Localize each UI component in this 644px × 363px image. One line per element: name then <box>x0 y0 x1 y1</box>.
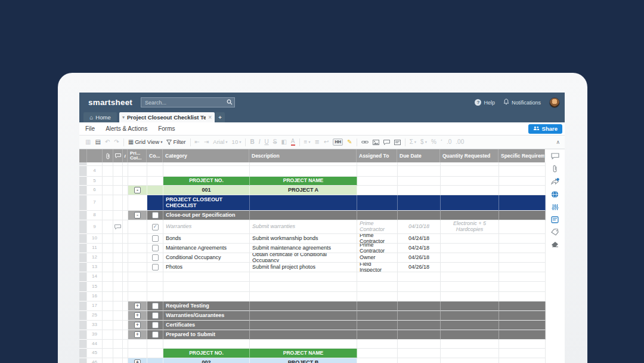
cell-check[interactable] <box>147 177 163 186</box>
align-left-icon[interactable]: ≡▾ <box>304 139 311 145</box>
link-icon[interactable] <box>361 140 369 144</box>
cell-due[interactable] <box>398 186 441 195</box>
cell-rownum[interactable]: 44 <box>87 340 103 349</box>
cell-assigned[interactable]: Prime Contractor <box>357 220 398 234</box>
cell-rownum[interactable]: 11 <box>87 244 103 253</box>
tab-home[interactable]: ⌂ Home <box>83 112 117 122</box>
column-header-check[interactable]: Co... <box>147 149 163 162</box>
row-checkbox[interactable] <box>152 322 159 328</box>
cell-quantity[interactable] <box>441 263 499 272</box>
cell-quantity[interactable] <box>441 321 499 330</box>
font-size-select[interactable]: 10▾ <box>232 139 242 145</box>
cell-comment[interactable] <box>113 195 123 211</box>
cell-specific[interactable] <box>499 166 546 177</box>
cell-attach[interactable] <box>103 311 113 321</box>
cell-specific[interactable] <box>499 282 546 292</box>
share-arrow-icon[interactable] <box>551 178 559 185</box>
cell-quantity[interactable] <box>441 244 499 253</box>
cell-rownum[interactable]: 33 <box>87 321 103 330</box>
row-checkbox[interactable] <box>152 331 159 338</box>
cell-pricol[interactable] <box>128 220 147 234</box>
row-checkbox[interactable] <box>152 303 159 309</box>
cell-assigned[interactable] <box>357 311 398 321</box>
cell-due[interactable] <box>398 340 441 349</box>
cell-comment[interactable] <box>113 358 123 363</box>
cell-info[interactable] <box>123 302 128 311</box>
user-avatar[interactable] <box>549 97 560 108</box>
cell-info[interactable] <box>123 186 128 195</box>
cell-check[interactable] <box>147 253 163 263</box>
redo-icon[interactable]: ↷ <box>114 139 119 145</box>
cell-assigned[interactable] <box>357 340 398 349</box>
cell-category[interactable] <box>163 272 250 282</box>
cell-specific[interactable] <box>499 349 546 358</box>
cell-info[interactable] <box>123 253 128 263</box>
search-box[interactable] <box>141 97 235 107</box>
cell-attach[interactable] <box>103 166 113 177</box>
decimal-increase-icon[interactable]: .00 <box>456 139 464 145</box>
cell-pricol[interactable] <box>128 292 147 302</box>
cell-assigned[interactable] <box>357 177 398 186</box>
cell-pricol[interactable] <box>128 244 147 253</box>
cell-category[interactable] <box>163 166 250 177</box>
cell-rownum[interactable]: 13 <box>87 263 103 272</box>
cell-check[interactable] <box>147 263 163 272</box>
cell-specific[interactable] <box>499 292 546 302</box>
percent-icon[interactable]: % <box>431 139 436 145</box>
cell-attach[interactable] <box>103 282 113 292</box>
cell-specific[interactable] <box>499 302 546 311</box>
cell-assigned[interactable] <box>357 211 398 220</box>
cell-description[interactable] <box>250 340 357 349</box>
fill-color-icon[interactable]: ◧ <box>281 139 286 145</box>
cell-attach[interactable] <box>103 177 113 186</box>
cell-rownum[interactable]: 9 <box>87 220 103 234</box>
cell-check[interactable] <box>147 321 163 330</box>
cell-rownum[interactable]: 8 <box>87 211 103 220</box>
cell-assigned[interactable] <box>357 349 398 358</box>
cell-quantity[interactable] <box>441 330 499 340</box>
cell-specific[interactable] <box>499 253 546 263</box>
cell-assigned[interactable] <box>357 292 398 302</box>
cell-pricol[interactable]: + <box>128 302 147 311</box>
cell-due[interactable] <box>398 272 441 282</box>
row-checkbox[interactable]: ✓ <box>152 224 159 230</box>
cell-due[interactable]: 04/26/18 <box>398 263 441 272</box>
cell-specific[interactable] <box>499 195 546 211</box>
tab-active-sheet[interactable]: ▾ Project Closeout Checklist Template × <box>119 112 215 122</box>
new-tab-button[interactable]: + <box>215 112 225 122</box>
tag-icon[interactable] <box>551 229 559 236</box>
cell-due[interactable] <box>398 302 441 311</box>
cell-pricol[interactable]: + <box>128 311 147 321</box>
cell-category[interactable]: Conditional Occupancy <box>163 253 250 263</box>
cell-assigned[interactable]: Field Inspector <box>357 263 398 272</box>
cell-attach[interactable] <box>103 340 113 349</box>
cell-description[interactable]: Submit warranties <box>250 220 357 234</box>
toolbar-collapse-icon[interactable]: ∧ <box>556 139 560 145</box>
cell-description[interactable]: PROJECT NAME <box>250 177 357 186</box>
cell-description[interactable] <box>250 272 357 282</box>
cell-comment[interactable] <box>113 321 123 330</box>
cell-specific[interactable] <box>499 311 546 321</box>
cell-attach[interactable] <box>103 186 113 195</box>
cell-category[interactable]: 002 <box>163 358 250 363</box>
cell-specific[interactable] <box>499 358 546 363</box>
cell-description[interactable]: PROJECT NAME <box>250 349 357 358</box>
cell-due[interactable] <box>398 330 441 340</box>
cell-pricol[interactable] <box>128 253 147 263</box>
cell-quantity[interactable] <box>441 311 499 321</box>
cell-info[interactable] <box>123 234 128 244</box>
italic-button[interactable]: I <box>259 139 261 145</box>
cell-pricol[interactable] <box>128 263 147 272</box>
tab-dropdown-caret-icon[interactable]: ▾ <box>122 115 125 120</box>
row-checkbox[interactable] <box>152 264 159 270</box>
cell-check[interactable] <box>147 272 163 282</box>
cell-assigned[interactable] <box>357 302 398 311</box>
cell-comment[interactable] <box>113 302 123 311</box>
cell-specific[interactable] <box>499 244 546 253</box>
cell-attach[interactable] <box>103 220 113 234</box>
wrap-text-icon[interactable]: ↩ <box>324 139 329 145</box>
cell-rownum[interactable]: 10 <box>87 234 103 244</box>
cell-pricol[interactable]: + <box>128 330 147 340</box>
cell-rownum[interactable]: 14 <box>87 272 103 282</box>
cell-category[interactable]: Required Testing <box>163 302 250 311</box>
